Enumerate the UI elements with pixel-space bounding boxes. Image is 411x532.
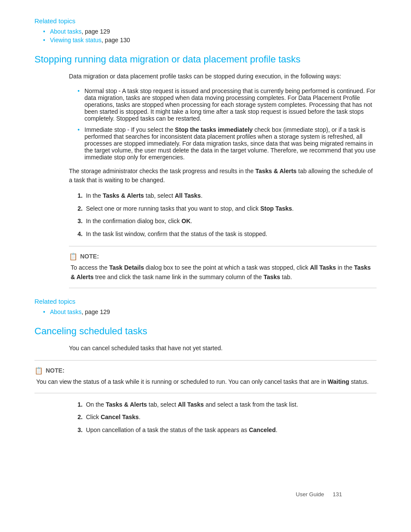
footer: User Guide 131 — [296, 491, 342, 498]
note-body-2: You can view the status of a task while … — [34, 377, 377, 387]
step1-end: . — [201, 192, 202, 199]
page-ref-2: , page 130 — [102, 37, 130, 44]
canceling-tasks-intro: You can cancel scheduled tasks that have… — [34, 344, 377, 353]
note-label-1: 📋 NOTE: — [69, 252, 377, 261]
para2: The storage administrator checks the tas… — [34, 167, 377, 185]
canceling-tasks-heading: Canceling scheduled tasks — [34, 326, 377, 337]
note3-end: status. — [349, 378, 369, 385]
cstep2-end: . — [139, 414, 140, 420]
stopping-bullets: Normal stop - A task stop request is iss… — [34, 87, 377, 161]
note-bold1: Task Details — [109, 264, 144, 271]
bold-stop-tasks-immediately: Stop the tasks immediately — [175, 126, 253, 133]
step-4: 4. In the task list window, confirm that… — [78, 230, 377, 239]
note-box-2: 📋 NOTE: You can view the status of a tas… — [34, 360, 377, 393]
cancel-step-2: 2. Click Cancel Tasks. — [78, 413, 377, 422]
step1-bold2: All Tasks — [175, 192, 201, 199]
step3-bold1: OK — [181, 218, 190, 224]
canceling-tasks-section: Canceling scheduled tasks You can cancel… — [34, 326, 377, 435]
list-item: About tasks, page 129 — [43, 28, 377, 35]
list-item: Viewing task status, page 130 — [43, 37, 377, 44]
footer-label: User Guide — [296, 491, 324, 498]
step-num: 1. — [78, 401, 83, 408]
step-1: 1. In the Tasks & Alerts tab, select All… — [78, 191, 377, 201]
step2-before: Select one or more running tasks that yo… — [86, 205, 260, 212]
stopping-tasks-intro: Data migration or data placement profile… — [34, 72, 377, 81]
cstep1-bold1: Tasks & Alerts — [106, 401, 147, 408]
note-bold4: Tasks — [264, 274, 280, 280]
step-num: 2. — [78, 205, 83, 212]
note-bold2: All Tasks — [310, 264, 336, 271]
cstep2-bold1: Cancel Tasks — [101, 414, 139, 420]
step-num: 2. — [78, 414, 83, 420]
list-item: Normal stop - A task stop request is iss… — [78, 87, 377, 122]
related-topics-section-1: Related topics About tasks, page 129 Vie… — [34, 17, 377, 44]
related-topics-list-1: About tasks, page 129 Viewing task statu… — [34, 28, 377, 44]
cstep3-end: . — [276, 426, 277, 433]
list-item: Immediate stop - If you select the Stop … — [78, 126, 377, 161]
stopping-tasks-heading: Stopping running data migration or data … — [34, 54, 377, 65]
cstep3-before: Upon cancellation of a task the status o… — [86, 426, 249, 433]
step-num: 3. — [78, 426, 83, 433]
note-body-1: To access the Task Details dialog box to… — [69, 263, 377, 282]
cstep2-before: Click — [86, 414, 100, 420]
related-topics-heading-1: Related topics — [34, 17, 377, 25]
cstep1-end: and select a task from the task list. — [204, 401, 298, 408]
about-tasks-link-1[interactable]: About tasks — [50, 28, 81, 35]
note-icon-1: 📋 — [69, 252, 78, 261]
cancel-step-1: 1. On the Tasks & Alerts tab, select All… — [78, 400, 377, 410]
step1-bold1: Tasks & Alerts — [103, 192, 144, 199]
note-end: tab. — [280, 274, 292, 280]
cstep1-bold2: All Tasks — [178, 401, 204, 408]
step2-bold1: Stop Tasks — [260, 205, 292, 212]
note-label-text-1: NOTE: — [80, 253, 99, 260]
note-body-before: To access the — [71, 264, 109, 271]
page-content: Related topics About tasks, page 129 Vie… — [34, 17, 377, 515]
note-label-2: 📋 NOTE: — [34, 367, 377, 375]
viewing-task-status-link[interactable]: Viewing task status — [50, 37, 102, 44]
note3-bold1: Waiting — [328, 378, 349, 385]
page-ref-1: , page 129 — [81, 28, 110, 35]
para2-bold: Tasks & Alerts — [255, 168, 297, 174]
step-num: 3. — [78, 218, 83, 224]
step3-before: In the confirmation dialog box, click — [86, 218, 181, 224]
about-tasks-link-2[interactable]: About tasks — [50, 308, 81, 315]
stopping-tasks-section: Stopping running data migration or data … — [34, 54, 377, 315]
cancel-step-3: 3. Upon cancellation of a task the statu… — [78, 426, 377, 435]
step3-end: . — [190, 218, 192, 224]
step4-before: In the task list window, confirm that th… — [86, 230, 267, 237]
step-3: 3. In the confirmation dialog box, click… — [78, 217, 377, 226]
step2-end: . — [292, 205, 294, 212]
step-2: 2. Select one or more running tasks that… — [78, 204, 377, 214]
bullet-immediate-stop-before: Immediate stop - If you select the — [84, 126, 175, 133]
related-topics-list-2: About tasks, page 129 — [34, 308, 377, 315]
bullet-normal-stop: Normal stop - A task stop request is iss… — [84, 87, 375, 122]
step-num: 4. — [78, 230, 83, 237]
related-topics-heading-2: Related topics — [34, 298, 377, 305]
cstep3-bold1: Canceled — [249, 426, 276, 433]
para2-before: The storage administrator checks the tas… — [69, 168, 255, 174]
step-num: 1. — [78, 192, 83, 199]
note-mid3: tree and click the task name link in the… — [93, 274, 264, 280]
note-icon-2: 📋 — [34, 367, 43, 375]
cstep1-before: On the — [86, 401, 106, 408]
note-box-1: 📋 NOTE: To access the Task Details dialo… — [69, 246, 377, 288]
cstep1-mid: tab, select — [147, 401, 178, 408]
stopping-steps: 1. In the Tasks & Alerts tab, select All… — [34, 191, 377, 239]
note-label-text-2: NOTE: — [46, 367, 65, 374]
canceling-steps: 1. On the Tasks & Alerts tab, select All… — [34, 400, 377, 435]
note-mid2: in the — [336, 264, 354, 271]
step1-mid: tab, select — [144, 192, 175, 199]
page-ref-3: , page 129 — [81, 308, 110, 315]
list-item: About tasks, page 129 — [43, 308, 377, 315]
footer-page-number: 131 — [333, 491, 342, 498]
note-mid1: dialog box to see the point at which a t… — [144, 264, 310, 271]
step1-before: In the — [86, 192, 103, 199]
note3-before: You can view the status of a task while … — [36, 378, 328, 385]
related-topics-section-2: Related topics About tasks, page 129 — [34, 298, 377, 315]
